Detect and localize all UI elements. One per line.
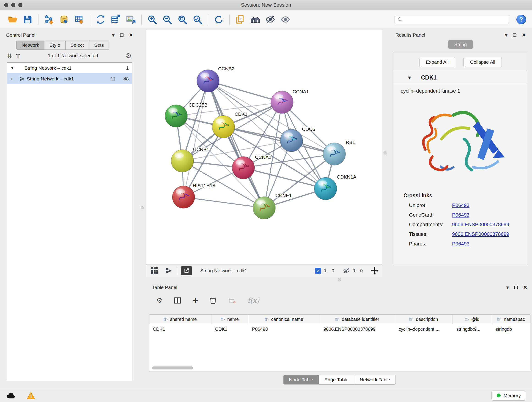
crosslink-link[interactable]: 9606.ENSP00000378699 [452,222,509,228]
move-crosshair-icon [370,267,379,275]
zoom-fit-button[interactable] [176,12,189,27]
node-ccnb2[interactable] [197,70,219,92]
column-header-database-identifier[interactable]: database identifier [320,315,395,324]
fit-content-button[interactable] [370,267,379,275]
float-panel-icon[interactable] [513,33,516,37]
node-ccnb1[interactable] [171,150,194,172]
node-hist1h1a[interactable] [172,186,195,208]
selected-checkbox-icon[interactable] [315,268,321,274]
tree-row-string-network-cdk1[interactable]: ●String Network – cdk11148 [7,73,132,84]
import-table-from-file-button[interactable] [73,12,86,27]
column-header-name[interactable]: name [211,315,248,324]
node-ccna2[interactable] [232,157,254,179]
network-view[interactable]: CCNB2CCNA1CDC25BCDK1CDC6RB1CCNB1CCNA2CDK… [146,30,382,264]
column-header-namespac[interactable]: namespac [492,315,530,324]
crosslink-link[interactable]: P06493 [452,241,469,247]
node-cdkn1a[interactable] [314,177,337,200]
minimize-window-button[interactable] [11,3,15,7]
show-all-button[interactable] [279,12,292,27]
collapse-all-button[interactable]: Collapse All [463,57,502,67]
search-box[interactable] [394,15,509,24]
node-cdc25b[interactable] [165,105,187,127]
crosslink-link[interactable]: P06493 [452,202,469,208]
expand-all-networks-icon[interactable]: ⇈ [16,53,20,59]
function-builder-button[interactable]: f(x) [247,297,259,304]
column-header-canonical-name[interactable]: canonical name [248,315,320,324]
zoom-in-button[interactable] [146,12,159,27]
tab-string[interactable]: String [448,40,473,49]
edge-ccnb2-ccna1[interactable] [208,81,282,102]
tab-style[interactable]: Style [44,41,65,50]
tab-edge-table[interactable]: Edge Table [319,375,354,385]
grid-view-button[interactable] [150,266,160,275]
refresh-network-button[interactable] [212,12,225,27]
network-options-gear-icon[interactable]: ⚙ [126,52,132,59]
edge-ccnb2-ccne1[interactable] [208,81,264,208]
column-header-description[interactable]: description [395,315,453,324]
tab-network-table[interactable]: Network Table [354,375,396,385]
splitter-handle[interactable] [141,206,144,209]
node-cdk1[interactable] [212,115,234,138]
open-session-button[interactable] [6,12,19,27]
column-header-shared-name[interactable]: shared name [149,315,211,324]
collapse-all-networks-icon[interactable]: ⇊ [7,53,12,59]
node-rb1[interactable] [323,143,346,165]
float-panel-icon[interactable] [120,33,123,37]
warning-icon[interactable] [27,392,35,400]
tree-caret-icon[interactable]: ▼ [11,66,14,70]
panel-menu-caret-icon[interactable]: ▾ [506,285,509,290]
column-header-id[interactable]: @id [453,315,492,324]
delete-columns-button[interactable] [209,296,217,305]
annotations-button[interactable] [234,12,247,27]
network-overview-button[interactable] [163,266,173,275]
cloud-icon[interactable] [6,392,16,399]
zoom-out-button[interactable] [161,12,174,27]
edge-ccnb2-hist1h1a[interactable] [184,81,208,197]
panel-menu-caret-icon[interactable]: ▾ [112,32,115,38]
zoom-selected-button[interactable] [191,12,204,27]
table-row[interactable]: CDK1CDK1P064939606.ENSP00000378699cyclin… [149,324,530,334]
memory-button[interactable]: Memory [491,390,526,401]
show-columns-button[interactable] [173,296,182,305]
node-cdc6[interactable] [280,129,303,152]
export-table-button[interactable] [109,12,122,27]
edge-hist1h1a-ccne1[interactable] [184,197,264,208]
node-ccne1[interactable] [253,197,275,219]
close-panel-icon[interactable]: × [523,284,527,291]
crosslink-link[interactable]: P06493 [452,212,469,218]
crosslink-link[interactable]: 9606.ENSP00000378699 [452,231,509,237]
tab-sets[interactable]: Sets [89,41,109,50]
help-button[interactable]: ? [516,15,526,24]
delete-table-button[interactable] [228,296,236,305]
splitter-handle[interactable] [338,278,341,281]
new-network-from-selection-button[interactable] [94,12,107,27]
panel-menu-caret-icon[interactable]: ▾ [505,32,508,38]
maximize-window-button[interactable] [18,3,22,7]
close-panel-icon[interactable]: × [522,32,526,38]
export-image-button[interactable] [124,12,138,27]
network-canvas[interactable]: CCNB2CCNA1CDC25BCDK1CDC6RB1CCNB1CCNA2CDK… [146,30,382,264]
node-ccna1[interactable] [271,91,293,114]
table-options-button[interactable]: ⚙ [156,297,162,304]
expand-all-button[interactable]: Expand All [419,57,455,67]
tab-node-table[interactable]: Node Table [283,375,319,385]
splitter-handle[interactable] [384,152,386,154]
float-panel-icon[interactable] [514,286,518,289]
save-session-button[interactable] [21,12,34,27]
close-window-button[interactable] [4,3,8,7]
first-neighbors-button[interactable] [249,12,262,27]
table-horizontal-scrollbar[interactable] [152,366,193,370]
close-panel-icon[interactable]: × [129,32,133,38]
import-network-from-database-button[interactable] [57,12,71,27]
create-column-button[interactable]: + [193,296,198,305]
hide-selected-button[interactable] [264,12,277,27]
open-in-new-view-button[interactable] [181,266,192,275]
tab-select[interactable]: Select [65,41,89,50]
tab-network[interactable]: Network [16,41,44,50]
hidden-eye-slash-icon[interactable] [343,267,350,274]
collapse-section-caret-icon[interactable]: ▾ [408,74,411,81]
protein-section-header[interactable]: ▾ CDK1 [394,71,527,84]
search-input[interactable] [405,17,507,22]
tree-row-string-network-cdk1[interactable]: ▼String Network – cdk11 [7,63,132,73]
import-network-from-file-button[interactable] [42,12,56,27]
